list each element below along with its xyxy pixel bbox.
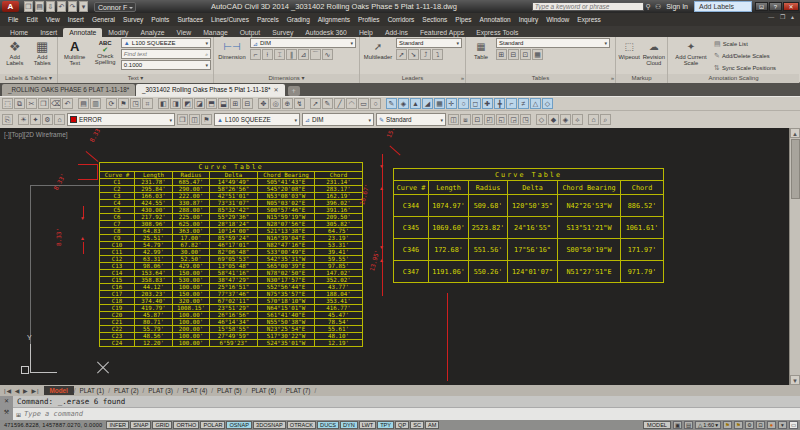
tool-icon[interactable]: ⌶ — [274, 49, 285, 60]
tool-icon[interactable]: ⤵ — [432, 49, 443, 60]
menu-file[interactable]: File — [4, 16, 22, 23]
tool-icon[interactable]: ⊟ — [508, 49, 519, 60]
dialog-launcher-icon[interactable]: » — [461, 74, 464, 83]
menu-window[interactable]: Window — [542, 16, 573, 23]
tool-icon[interactable]: ➚ — [310, 98, 321, 109]
panel-footer[interactable]: Text ▾ — [58, 74, 213, 83]
toggle-otrack[interactable]: OTRACK — [287, 421, 316, 429]
tool-icon[interactable]: ◻ — [470, 98, 481, 109]
toggle-infer[interactable]: INFER — [106, 421, 129, 429]
layout-tab-plat-1[interactable]: PLAT (1) — [76, 387, 109, 394]
menu-survey[interactable]: Survey — [119, 16, 147, 23]
tool-icon[interactable]: ◳ — [520, 114, 531, 125]
tool-icon[interactable]: ⌐ — [506, 98, 517, 109]
tool-icon[interactable]: ↯ — [294, 98, 305, 109]
tool-icon[interactable]: ✚ — [482, 98, 493, 109]
annotation-visibility-icon[interactable]: ⚑ — [723, 421, 732, 429]
tool-icon[interactable]: ╱ — [334, 98, 345, 109]
tool-icon[interactable]: ⌂ — [588, 114, 599, 125]
tab-output[interactable]: Output — [234, 28, 266, 37]
layout-tab-model[interactable]: Model — [44, 386, 74, 395]
tab-featured-apps[interactable]: Featured Apps — [414, 28, 470, 37]
panel-footer[interactable]: Markup — [616, 74, 667, 83]
mleader-style-dropdown-2[interactable]: ✎ Standard ▾ — [376, 113, 446, 126]
layout-tab-plat-6[interactable]: PLAT (6) — [247, 387, 280, 394]
tool-icon[interactable]: ◫ — [448, 114, 459, 125]
tab-home[interactable]: Home — [4, 28, 34, 37]
tool-icon[interactable]: ▭ — [358, 98, 369, 109]
close-tab-icon[interactable]: ✕ — [273, 84, 278, 96]
tool-icon[interactable]: ⍿ — [262, 49, 273, 60]
minimize-button[interactable]: ⊡ — [755, 2, 768, 11]
tool-icon[interactable]: ↶ — [57, 1, 66, 12]
tool-icon[interactable]: ∿ — [322, 49, 333, 60]
tool-icon[interactable]: ⌐ — [250, 49, 261, 60]
tab-annotate[interactable]: Annotate — [63, 28, 102, 37]
close-icon[interactable]: ✕ — [0, 396, 13, 407]
tool-icon[interactable]: ⟳ — [106, 98, 117, 109]
table-style-dropdown[interactable]: Standard ▾ — [496, 38, 610, 48]
tool-icon[interactable]: ⊞ — [230, 98, 241, 109]
layout-preview-icon[interactable]: ▣ — [673, 421, 682, 429]
vertical-scrollbar[interactable]: ▲ ▼ — [789, 128, 800, 385]
app-menu-icon[interactable]: A — [2, 1, 19, 12]
tab-survey[interactable]: Survey — [266, 28, 299, 37]
scroll-up-icon[interactable]: ▲ — [790, 128, 800, 138]
panel-footer[interactable]: Tables» — [466, 74, 615, 83]
tool-icon[interactable]: ◇ — [536, 114, 547, 125]
tab-view[interactable]: View — [171, 28, 198, 37]
autoscale-icon[interactable]: ⚑ — [734, 421, 743, 429]
multiline-text-button[interactable]: A Multiline Text — [60, 38, 89, 66]
dialog-launcher-icon[interactable]: » — [611, 74, 614, 83]
tab-express-tools[interactable]: Express Tools — [470, 28, 524, 37]
menu-profiles[interactable]: Profiles — [354, 16, 384, 23]
tool-icon[interactable]: △ — [530, 98, 541, 109]
lock-ui-icon[interactable]: ⊡ — [756, 421, 765, 429]
tool-icon[interactable]: ∥ — [286, 49, 297, 60]
tool-icon[interactable]: ✂ — [26, 98, 37, 109]
add-current-scale-button[interactable]: ✦ Add Current Scale — [670, 38, 712, 66]
new-tab-button[interactable]: ＋ — [288, 86, 300, 96]
tool-icon[interactable]: ⧈ — [460, 114, 471, 125]
layout-tab-plat-2[interactable]: PLAT (2) — [110, 387, 143, 394]
tool-icon[interactable]: ⬚ — [2, 98, 13, 109]
tool-icon[interactable]: ▾ — [79, 1, 88, 12]
tool-icon[interactable]: ⬓ — [218, 98, 229, 109]
drawing-canvas[interactable]: [-][Top][2D Wireframe] Curve TableCurve … — [0, 128, 789, 385]
tab-analyze[interactable]: Analyze — [134, 28, 170, 37]
toggle-tpy[interactable]: TPY — [377, 421, 394, 429]
tab-insert[interactable]: Insert — [34, 28, 63, 37]
layout-tab-plat-7[interactable]: PLAT (7) — [282, 387, 315, 394]
tool-icon[interactable]: ▦ — [434, 98, 445, 109]
tool-icon[interactable]: ◆ — [548, 114, 559, 125]
find-text-field[interactable]: Find text ⌕ — [121, 49, 211, 59]
workspace-gear-icon[interactable]: ⚙ — [745, 421, 754, 429]
toggle-snap[interactable]: SNAP — [130, 421, 151, 429]
tool-icon[interactable]: ▲ — [410, 98, 421, 109]
performance-icon[interactable]: ● — [767, 421, 776, 429]
text-style-dropdown[interactable]: ▲ L100 SQUEEZE ▾ — [121, 38, 211, 48]
tool-icon[interactable]: ⇩ — [46, 1, 55, 12]
tool-icon[interactable]: ▤ — [35, 1, 44, 12]
tool-icon[interactable]: ◩ — [182, 98, 193, 109]
tool-icon[interactable]: ▤ — [78, 98, 89, 109]
status-menu-icon[interactable]: ▾ — [778, 421, 787, 429]
scrollbar-thumb[interactable] — [791, 139, 800, 199]
clean-screen-icon[interactable]: ▭ — [789, 421, 798, 429]
tool-icon[interactable]: ⬒ — [206, 98, 217, 109]
toggle-grid[interactable]: GRID — [152, 421, 172, 429]
menu-lines-curves[interactable]: Lines/Curves — [207, 16, 253, 23]
check-spelling-button[interactable]: ABC ✔ Check Spelling — [91, 38, 118, 65]
document-tab[interactable]: _ROLLING OAKS PHASE 6 PLAT 1-11-18* — [2, 84, 135, 96]
tool-icon[interactable]: ☀ — [18, 114, 29, 125]
tool-icon[interactable]: ⊡ — [520, 49, 531, 60]
sign-in-button[interactable]: Sign In — [666, 3, 688, 10]
menu-sections[interactable]: Sections — [418, 16, 451, 23]
menu-view[interactable]: View — [42, 16, 64, 23]
tool-icon[interactable]: ↷ — [68, 1, 77, 12]
tool-icon[interactable]: ◈ — [560, 114, 571, 125]
menu-corridors[interactable]: Corridors — [384, 16, 419, 23]
toggle-dyn[interactable]: DYN — [340, 421, 358, 429]
tool-icon[interactable]: ◠ — [346, 98, 357, 109]
tool-icon[interactable]: ◎ — [270, 98, 281, 109]
